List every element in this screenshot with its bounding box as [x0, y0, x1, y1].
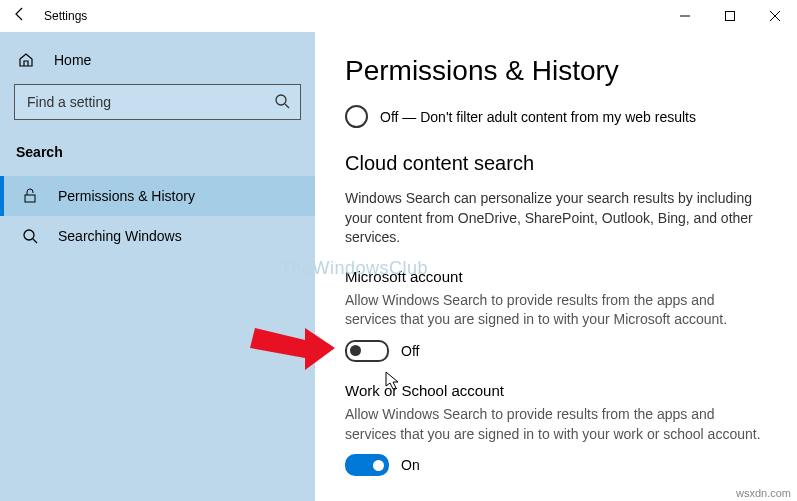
close-button[interactable] — [752, 0, 797, 32]
search-box[interactable] — [14, 84, 301, 120]
radio-label: Off — Don't filter adult content from my… — [380, 109, 696, 125]
titlebar: Settings — [0, 0, 797, 32]
work-account-title: Work or School account — [345, 382, 767, 399]
home-label: Home — [54, 52, 91, 68]
search-input[interactable] — [25, 93, 274, 111]
magnifier-icon — [20, 228, 40, 244]
window-title: Settings — [40, 9, 662, 23]
lock-icon — [20, 188, 40, 204]
watermark-corner: wsxdn.com — [736, 487, 791, 499]
minimize-button[interactable] — [662, 0, 707, 32]
ms-account-toggle[interactable] — [345, 340, 389, 362]
svg-point-7 — [24, 230, 34, 240]
work-account-toggle-state: On — [401, 457, 420, 473]
maximize-button[interactable] — [707, 0, 752, 32]
content-pane: Permissions & History Off — Don't filter… — [315, 32, 797, 501]
radio-icon — [345, 105, 368, 128]
work-account-desc: Allow Windows Search to provide results … — [345, 405, 767, 444]
section-description: Windows Search can personalize your sear… — [345, 189, 767, 248]
nav-searching-windows[interactable]: Searching Windows — [0, 216, 315, 256]
back-button[interactable] — [0, 6, 40, 26]
svg-line-5 — [285, 104, 289, 108]
nav-item-label: Searching Windows — [58, 228, 182, 244]
ms-account-desc: Allow Windows Search to provide results … — [345, 291, 767, 330]
nav-permissions-history[interactable]: Permissions & History — [0, 176, 315, 216]
nav-item-label: Permissions & History — [58, 188, 195, 204]
svg-line-8 — [33, 239, 37, 243]
page-heading: Permissions & History — [345, 55, 767, 87]
home-icon — [16, 52, 36, 68]
safesearch-off-option[interactable]: Off — Don't filter adult content from my… — [345, 105, 767, 128]
svg-rect-1 — [725, 12, 734, 21]
search-icon — [274, 93, 290, 112]
ms-account-toggle-state: Off — [401, 343, 419, 359]
section-heading: Cloud content search — [345, 152, 767, 175]
work-account-toggle[interactable] — [345, 454, 389, 476]
home-link[interactable]: Home — [0, 42, 315, 78]
svg-point-4 — [276, 95, 286, 105]
sidebar-category: Search — [0, 132, 315, 176]
sidebar: Home Search Permissions & History Search… — [0, 32, 315, 501]
svg-rect-6 — [25, 195, 35, 202]
ms-account-title: Microsoft account — [345, 268, 767, 285]
